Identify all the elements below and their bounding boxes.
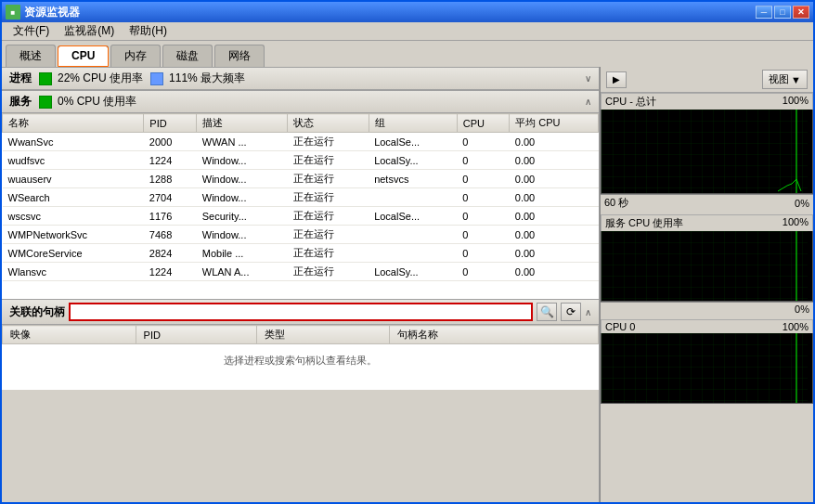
processes-chevron[interactable]: ∨ xyxy=(585,73,591,84)
tab-cpu[interactable]: CPU xyxy=(58,45,109,67)
handles-table-area: 映像 PID 类型 句柄名称 选择进程或搜索句柄以查看结果。 xyxy=(2,325,599,390)
handles-label: 关联的句柄 xyxy=(9,304,65,320)
tab-network[interactable]: 网络 xyxy=(214,45,265,67)
cell-name: wuauserv xyxy=(3,170,144,188)
handles-empty-message: 选择进程或搜索句柄以查看结果。 xyxy=(2,344,599,377)
cpu-total-title-bar: CPU - 总计 100% xyxy=(601,93,813,110)
cell-status: 正在运行 xyxy=(288,188,369,207)
cell-name: Wlansvc xyxy=(3,263,144,281)
col-header-name[interactable]: 名称 xyxy=(3,114,144,133)
col-header-status[interactable]: 状态 xyxy=(288,114,369,133)
right-panel: ▶ 视图 ▼ CPU - 总计 100% xyxy=(600,67,813,502)
maximize-button[interactable]: □ xyxy=(774,6,791,19)
table-row[interactable]: Wlansvc 1224 WLAN A... 正在运行 LocalSy... 0… xyxy=(3,263,599,281)
menu-file[interactable]: 文件(F) xyxy=(6,21,57,41)
handles-col-type[interactable]: 类型 xyxy=(256,326,390,344)
services-table-container[interactable]: 名称 PID 描述 状态 组 CPU 平均 CPU WwanSvc 2000 W… xyxy=(2,113,599,299)
services-cpu-usage: 0% CPU 使用率 xyxy=(58,94,136,110)
cell-desc: Window... xyxy=(197,151,288,170)
cell-avg-cpu: 0.00 xyxy=(510,263,599,281)
window-controls: ─ □ ✕ xyxy=(756,6,809,19)
cell-pid: 1176 xyxy=(144,207,197,226)
cell-pid: 1224 xyxy=(144,263,197,281)
services-chevron[interactable]: ∧ xyxy=(585,97,591,107)
services-section-header[interactable]: 服务 0% CPU 使用率 ∧ xyxy=(2,90,599,113)
cell-group: netsvcs xyxy=(369,170,457,188)
cell-status: 正在运行 xyxy=(288,263,369,281)
handles-search-input[interactable] xyxy=(69,303,533,321)
refresh-button[interactable]: ⟳ xyxy=(561,303,581,321)
handles-col-handle-name[interactable]: 句柄名称 xyxy=(390,326,599,344)
tab-overview[interactable]: 概述 xyxy=(6,45,56,67)
processes-section-header[interactable]: 进程 22% CPU 使用率 111% 最大频率 ∨ xyxy=(2,67,599,90)
cell-cpu: 0 xyxy=(457,244,510,263)
table-row[interactable]: WMPNetworkSvc 7468 Window... 正在运行 0 0.00 xyxy=(3,226,599,244)
cpu-total-title: CPU - 总计 xyxy=(605,95,656,109)
handles-section: 关联的句柄 🔍 ⟳ ∧ 映像 PID xyxy=(2,299,599,390)
title-bar: ■ 资源监视器 ─ □ ✕ xyxy=(2,2,813,22)
menu-bar: 文件(F) 监视器(M) 帮助(H) xyxy=(2,22,813,41)
cell-desc: WWAN ... xyxy=(197,133,288,151)
table-row[interactable]: wscsvc 1176 Security... 正在运行 LocalSe... … xyxy=(3,207,599,226)
col-header-group[interactable]: 组 xyxy=(369,114,457,133)
handles-chevron[interactable]: ∧ xyxy=(585,307,591,317)
table-row[interactable]: WSearch 2704 Window... 正在运行 0 0.00 xyxy=(3,188,599,207)
refresh-icon: ⟳ xyxy=(566,305,576,318)
view-button[interactable]: 视图 ▼ xyxy=(762,70,808,89)
main-content: 进程 22% CPU 使用率 111% 最大频率 ∨ 服务 xyxy=(2,67,813,502)
service-cpu-current: 0% xyxy=(795,304,809,315)
cpu-total-graph xyxy=(601,110,813,194)
col-header-pid[interactable]: PID xyxy=(144,114,197,133)
cell-name: WMPNetworkSvc xyxy=(3,226,144,244)
cell-avg-cpu: 0.00 xyxy=(510,226,599,244)
cell-desc: Window... xyxy=(197,226,288,244)
cpu-total-bottom: 60 秒 0% xyxy=(601,194,813,211)
service-cpu-max: 100% xyxy=(783,216,809,230)
cell-pid: 1288 xyxy=(144,170,197,188)
processes-cpu-usage: 22% CPU 使用率 xyxy=(58,71,143,86)
cpu-total-current: 0% xyxy=(795,198,809,209)
cpu-total-max: 100% xyxy=(783,95,809,109)
cell-desc: Window... xyxy=(197,188,288,207)
table-row[interactable]: wuauserv 1288 Window... 正在运行 netsvcs 0 0… xyxy=(3,170,599,188)
cell-pid: 7468 xyxy=(144,226,197,244)
service-cpu-graph xyxy=(601,231,813,302)
cell-status: 正在运行 xyxy=(288,207,369,226)
handles-col-pid[interactable]: PID xyxy=(136,326,256,344)
handles-col-image[interactable]: 映像 xyxy=(3,326,136,344)
cell-status: 正在运行 xyxy=(288,133,369,151)
service-cpu-graph-wrapper: 服务 CPU 使用率 100% 0% xyxy=(601,214,813,316)
tab-disk[interactable]: 磁盘 xyxy=(162,45,213,67)
svg-rect-7 xyxy=(602,333,808,403)
table-row[interactable]: wudfsvc 1224 Window... 正在运行 LocalSy... 0… xyxy=(3,151,599,170)
menu-monitor[interactable]: 监视器(M) xyxy=(57,21,122,41)
cell-desc: Mobile ... xyxy=(197,244,288,263)
cell-avg-cpu: 0.00 xyxy=(510,151,599,170)
col-header-avg-cpu[interactable]: 平均 CPU xyxy=(510,114,599,133)
close-button[interactable]: ✕ xyxy=(793,6,809,19)
cpu0-title: CPU 0 xyxy=(605,321,635,332)
cell-name: wudfsvc xyxy=(3,151,144,170)
cell-desc: Security... xyxy=(197,207,288,226)
graph-nav-prev[interactable]: ▶ xyxy=(606,71,627,88)
services-label: 服务 xyxy=(9,94,32,110)
cell-desc: WLAN A... xyxy=(197,263,288,281)
tab-memory[interactable]: 内存 xyxy=(110,45,161,67)
main-window: ■ 资源监视器 ─ □ ✕ 文件(F) 监视器(M) 帮助(H) 概述 CPU … xyxy=(0,0,815,504)
cpu0-graph-wrapper: CPU 0 100% xyxy=(601,319,813,404)
cell-group xyxy=(369,226,457,244)
menu-help[interactable]: 帮助(H) xyxy=(122,21,175,41)
window-icon: ■ xyxy=(6,5,20,19)
left-panel: 进程 22% CPU 使用率 111% 最大频率 ∨ 服务 xyxy=(2,67,600,502)
cpu-total-svg xyxy=(602,110,808,193)
cell-name: WwanSvc xyxy=(3,133,144,151)
cell-cpu: 0 xyxy=(457,207,510,226)
search-icon: 🔍 xyxy=(540,305,554,318)
cpu0-title-bar: CPU 0 100% xyxy=(601,319,813,333)
table-row[interactable]: WwanSvc 2000 WWAN ... 正在运行 LocalSe... 0 … xyxy=(3,133,599,151)
minimize-button[interactable]: ─ xyxy=(756,6,772,19)
col-header-cpu[interactable]: CPU xyxy=(457,114,510,133)
col-header-desc[interactable]: 描述 xyxy=(197,114,288,133)
table-row[interactable]: WMCoreService 2824 Mobile ... 正在运行 0 0.0… xyxy=(3,244,599,263)
search-button[interactable]: 🔍 xyxy=(537,303,557,321)
